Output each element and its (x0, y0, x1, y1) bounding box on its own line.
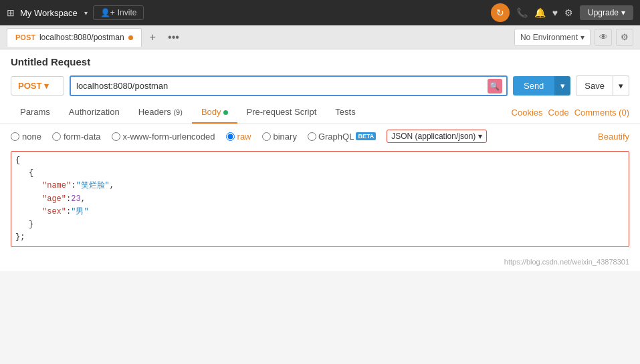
tab-method: POST (15, 33, 35, 41)
save-dropdown-button[interactable]: ▾ (613, 75, 629, 96)
watermark-text: https://blog.csdn.net/weixin_43878301 (504, 258, 629, 266)
save-button[interactable]: Save (576, 75, 613, 96)
url-search-button[interactable]: 🔍 (488, 79, 502, 94)
more-tabs-button[interactable]: ••• (164, 30, 183, 45)
beautify-button[interactable]: Beautify (598, 132, 629, 142)
code-editor[interactable]: { { "name" : "笑烂脸" , "age" : 23 , "sex" … (11, 151, 629, 247)
url-bar: POST ▾ 🔍 Send ▾ Save ▾ (0, 71, 640, 102)
tab-authorization[interactable]: Authorization (60, 102, 129, 124)
upgrade-button[interactable]: Upgrade ▾ (580, 5, 633, 20)
settings-icon[interactable]: ⚙ (564, 7, 573, 18)
code-line-4: "age" : 23 , (42, 193, 625, 206)
invite-icon: 👤+ (100, 8, 115, 17)
code-line-2: { (29, 167, 625, 180)
url-input[interactable] (71, 77, 506, 95)
option-raw[interactable]: raw (226, 132, 251, 142)
sync-button[interactable]: ↻ (491, 3, 510, 22)
tab-prerequest[interactable]: Pre-request Script (237, 102, 326, 124)
method-select[interactable]: POST ▾ (11, 76, 64, 96)
phone-icon[interactable]: 📞 (516, 7, 528, 18)
option-graphql[interactable]: GraphQL BETA (308, 132, 376, 142)
navbar-left: ⊞ My Workspace ▾ 👤+ Invite (7, 5, 144, 20)
footer-watermark: https://blog.csdn.net/weixin_43878301 (0, 252, 640, 271)
main-content: Untitled Request POST ▾ 🔍 Send ▾ Save ▾ … (0, 49, 640, 271)
env-eye-button[interactable]: 👁 (595, 29, 612, 46)
request-tab[interactable]: POST localhost:8080/postman (7, 28, 142, 47)
headers-badge: (9) (173, 108, 182, 116)
comments-link[interactable]: Comments (0) (574, 108, 629, 118)
tab-right-links: Cookies Code Comments (0) (512, 108, 629, 118)
cookies-link[interactable]: Cookies (512, 108, 543, 118)
code-line-1: { (15, 154, 625, 167)
code-line-6: } (29, 218, 625, 231)
send-group: Send ▾ (513, 76, 570, 96)
option-none[interactable]: none (11, 132, 41, 142)
env-dropdown-arrow: ▾ (580, 33, 584, 42)
code-link[interactable]: Code (548, 108, 569, 118)
upgrade-dropdown-arrow: ▾ (621, 8, 625, 17)
method-arrow: ▾ (44, 81, 49, 91)
method-label: POST (18, 81, 41, 91)
body-options: none form-data x-www-form-urlencoded raw… (0, 124, 640, 148)
json-format-select[interactable]: JSON (application/json) ▾ (387, 130, 487, 143)
env-bar: No Environment ▾ 👁 ⚙ (514, 29, 633, 46)
environment-select[interactable]: No Environment ▾ (514, 29, 591, 46)
invite-button[interactable]: 👤+ Invite (93, 5, 144, 20)
json-dropdown-arrow: ▾ (478, 132, 482, 141)
heart-icon[interactable]: ♥ (552, 7, 558, 18)
grid-icon: ⊞ (7, 7, 15, 18)
option-urlencoded[interactable]: x-www-form-urlencoded (112, 132, 215, 142)
code-line-7: }; (15, 231, 625, 244)
env-settings-button[interactable]: ⚙ (616, 29, 633, 46)
code-line-3: "name" : "笑烂脸" , (42, 180, 625, 192)
tabbar: POST localhost:8080/postman + ••• No Env… (0, 25, 640, 49)
notification-icon[interactable]: 🔔 (534, 7, 546, 18)
beta-badge: BETA (356, 132, 376, 140)
navbar: ⊞ My Workspace ▾ 👤+ Invite ↻ 📞 🔔 ♥ ⚙ Upg… (0, 0, 640, 25)
url-input-wrapper: 🔍 (70, 75, 508, 96)
new-tab-button[interactable]: + (146, 30, 160, 45)
tab-params[interactable]: Params (11, 102, 60, 124)
request-tabs-bar: Params Authorization Headers (9) Body Pr… (0, 102, 640, 124)
option-binary[interactable]: binary (262, 132, 297, 142)
workspace-name: My Workspace (20, 8, 78, 18)
save-group: Save ▾ (576, 75, 629, 96)
json-format-label: JSON (application/json) (391, 132, 475, 141)
tab-body[interactable]: Body (192, 102, 237, 124)
tab-modified-dot (128, 35, 133, 40)
tab-tests[interactable]: Tests (326, 102, 364, 124)
navbar-right: ↻ 📞 🔔 ♥ ⚙ Upgrade ▾ (491, 3, 633, 22)
request-title-bar: Untitled Request (0, 49, 640, 71)
body-active-dot (223, 110, 228, 115)
workspace-dropdown-arrow[interactable]: ▾ (84, 9, 88, 17)
code-line-5: "sex" : "男" (42, 206, 625, 218)
send-dropdown-button[interactable]: ▾ (554, 76, 570, 96)
option-form-data[interactable]: form-data (52, 132, 101, 142)
send-button[interactable]: Send (513, 76, 554, 96)
request-title: Untitled Request (11, 56, 90, 67)
tab-url: localhost:8080/postman (39, 33, 124, 42)
tab-headers[interactable]: Headers (9) (129, 102, 192, 124)
